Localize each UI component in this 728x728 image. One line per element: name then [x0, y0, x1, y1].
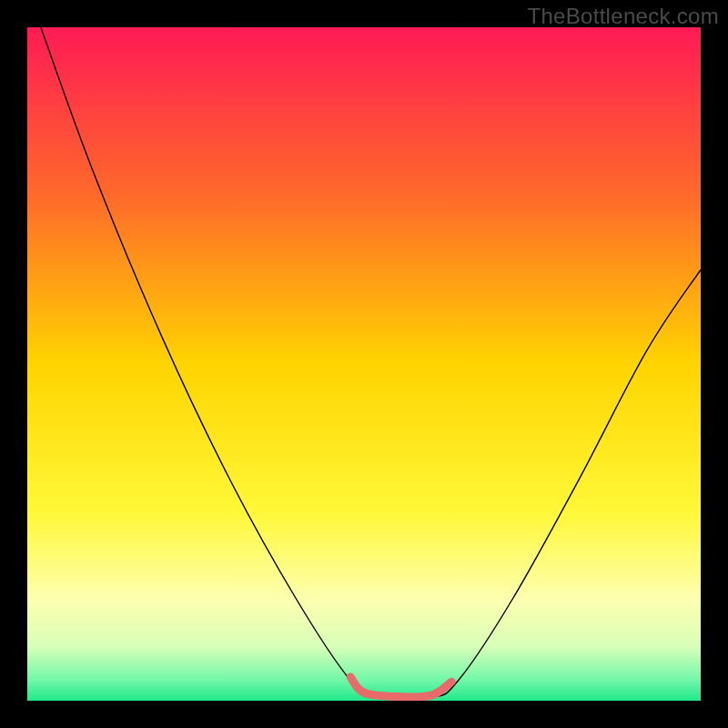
gradient-background: [27, 27, 701, 701]
chart-frame: TheBottleneck.com: [0, 0, 728, 728]
bottleneck-chart: [27, 27, 701, 701]
plot-area: [27, 27, 701, 701]
watermark-label: TheBottleneck.com: [527, 4, 719, 29]
